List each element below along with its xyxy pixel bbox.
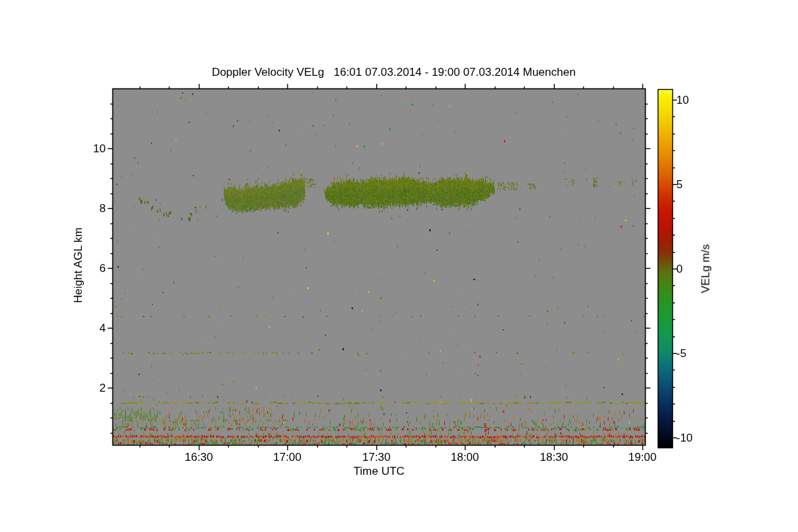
colorbar-tick-label: -5 — [676, 347, 686, 360]
chart-title: Doppler Velocity VELg 16:01 07.03.2014 -… — [211, 66, 575, 78]
y-tick-label: 4 — [75, 322, 106, 334]
x-tick-label: 16:30 — [185, 451, 213, 464]
colorbar-tick-label: 0 — [676, 263, 682, 275]
x-tick-label: 17:00 — [273, 451, 302, 464]
x-tick-label: 17:30 — [362, 451, 391, 464]
colorbar-tick-label: 10 — [676, 94, 689, 106]
colorbar-title: VELg m/s — [700, 244, 712, 293]
y-tick-label: 10 — [75, 142, 106, 155]
doppler-velocity-chart: { "chart_data": { "type": "heatmap", "ti… — [0, 0, 798, 532]
x-tick-label: 18:00 — [451, 451, 479, 464]
y-tick-label: 2 — [75, 382, 106, 394]
x-tick-label: 19:00 — [628, 451, 657, 464]
colorbar-tick-label: 5 — [676, 178, 682, 191]
x-tick-label: 18:30 — [540, 451, 569, 464]
y-tick-label: 6 — [75, 262, 106, 275]
x-axis-title: Time UTC — [354, 465, 405, 477]
colorbar-tick-label: -10 — [676, 432, 693, 444]
y-tick-label: 8 — [75, 202, 106, 215]
